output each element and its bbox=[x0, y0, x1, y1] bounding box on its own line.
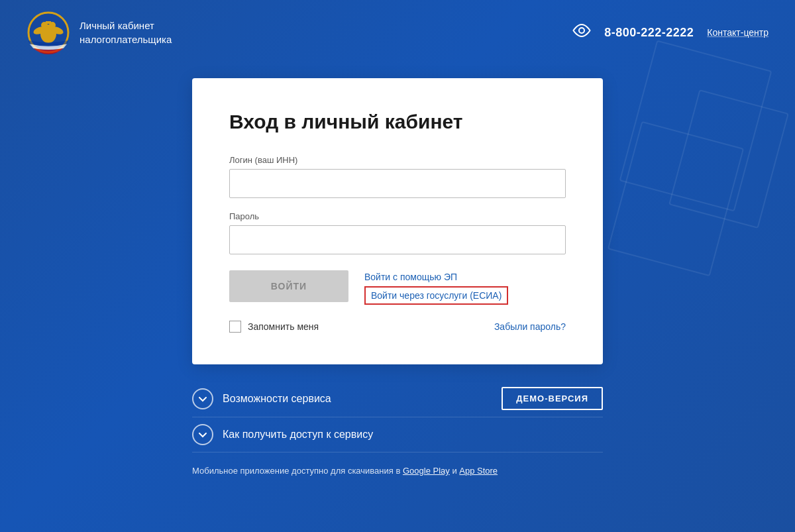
header-title: Личный кабинет налогоплательщика bbox=[80, 19, 172, 46]
remember-me-text: Запомнить меня bbox=[248, 321, 319, 332]
mobile-app-text: Мобильное приложение доступно для скачив… bbox=[192, 466, 403, 476]
login-card: Вход в личный кабинет Логин (ваш ИНН) Па… bbox=[192, 78, 603, 364]
gosuslugi-login-link[interactable]: Войти через госуслуги (ЕСИА) bbox=[364, 286, 508, 305]
svg-rect-7 bbox=[46, 21, 51, 24]
main-content: Вход в личный кабинет Логин (ваш ИНН) Па… bbox=[0, 65, 795, 502]
login-field-group: Логин (ваш ИНН) bbox=[229, 155, 566, 198]
password-input[interactable] bbox=[229, 225, 566, 254]
password-field-group: Пароль bbox=[229, 211, 566, 254]
mobile-app-footer: Мобильное приложение доступно для скачив… bbox=[192, 466, 603, 476]
accessibility-icon[interactable] bbox=[572, 24, 591, 41]
remember-me-checkbox[interactable] bbox=[229, 321, 241, 333]
remember-me-label[interactable]: Запомнить меня bbox=[229, 321, 319, 333]
actions-row: ВОЙТИ Войти с помощью ЭП Войти через гос… bbox=[229, 270, 566, 305]
service-left: Возможности сервиса bbox=[192, 388, 331, 409]
below-card: Возможности сервиса ДЕМО-ВЕРСИЯ Как полу… bbox=[192, 380, 603, 476]
demo-button[interactable]: ДЕМО-ВЕРСИЯ bbox=[502, 387, 603, 410]
login-title: Вход в личный кабинет bbox=[229, 110, 566, 134]
contact-center-link[interactable]: Контакт-центр bbox=[707, 27, 768, 38]
app-store-link[interactable]: App Store bbox=[459, 466, 498, 476]
accordion-label-1: Возможности сервиса bbox=[223, 393, 331, 405]
accordion-icon-1[interactable] bbox=[192, 388, 213, 409]
svg-point-9 bbox=[579, 28, 584, 33]
forgot-password-link[interactable]: Забыли пароль? bbox=[494, 321, 566, 332]
login-label: Логин (ваш ИНН) bbox=[229, 155, 566, 165]
ep-login-link[interactable]: Войти с помощью ЭП bbox=[364, 272, 508, 282]
accordion-icon-2 bbox=[192, 424, 213, 445]
phone-number: 8-800-222-2222 bbox=[604, 26, 694, 40]
fts-logo bbox=[26, 11, 70, 54]
accordion-label-2: Как получить доступ к сервису bbox=[223, 429, 373, 441]
password-label: Пароль bbox=[229, 211, 566, 221]
login-button[interactable]: ВОЙТИ bbox=[229, 270, 348, 302]
header-right: 8-800-222-2222 Контакт-центр bbox=[572, 24, 768, 41]
accordion-access-row[interactable]: Как получить доступ к сервису bbox=[192, 417, 603, 452]
right-links: Войти с помощью ЭП Войти через госуслуги… bbox=[364, 270, 508, 305]
header: Личный кабинет налогоплательщика 8-800-2… bbox=[0, 0, 795, 65]
login-input[interactable] bbox=[229, 169, 566, 198]
bottom-row: Запомнить меня Забыли пароль? bbox=[229, 321, 566, 333]
header-left: Личный кабинет налогоплательщика bbox=[26, 11, 172, 54]
google-play-link[interactable]: Google Play bbox=[403, 466, 450, 476]
footer-and: и bbox=[450, 466, 460, 476]
service-capabilities-row: Возможности сервиса ДЕМО-ВЕРСИЯ bbox=[192, 380, 603, 417]
